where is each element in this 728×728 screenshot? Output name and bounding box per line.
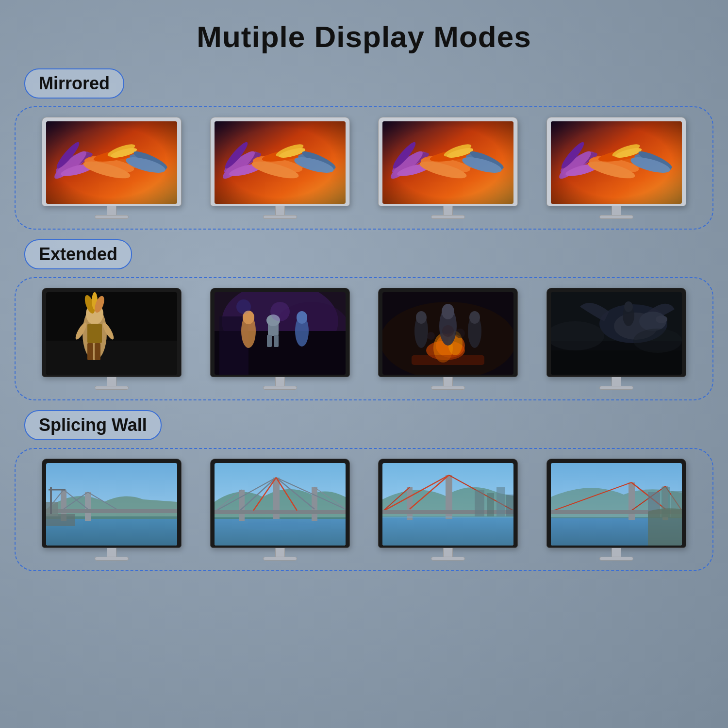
svg-rect-125 xyxy=(85,492,91,521)
svg-point-108 xyxy=(427,332,435,340)
svg-rect-75 xyxy=(87,324,102,343)
splicing-monitor-4 xyxy=(546,459,686,561)
svg-point-93 xyxy=(270,302,290,321)
svg-rect-50 xyxy=(382,121,513,204)
svg-rect-162 xyxy=(506,495,513,516)
mirrored-section: Mirrored xyxy=(0,68,728,230)
svg-rect-130 xyxy=(46,509,177,513)
svg-rect-16 xyxy=(46,121,177,204)
svg-rect-146 xyxy=(215,510,346,514)
svg-rect-166 xyxy=(629,482,635,520)
svg-rect-88 xyxy=(274,335,279,347)
svg-point-94 xyxy=(236,299,251,314)
svg-rect-160 xyxy=(487,493,494,516)
svg-rect-107 xyxy=(412,355,484,365)
svg-rect-138 xyxy=(239,490,245,521)
svg-point-104 xyxy=(416,311,427,324)
svg-point-106 xyxy=(469,311,480,324)
mirrored-label: Mirrored xyxy=(24,68,124,99)
svg-rect-119 xyxy=(551,350,682,375)
svg-rect-77 xyxy=(95,343,100,360)
svg-rect-87 xyxy=(267,335,272,347)
page-title: Mutiple Display Modes xyxy=(0,0,728,68)
svg-point-109 xyxy=(455,329,465,338)
splicing-monitor-3 xyxy=(378,459,518,561)
splicing-monitor-1 xyxy=(42,459,182,561)
extended-mode-box xyxy=(15,277,713,400)
svg-rect-67 xyxy=(551,121,682,204)
splicing-mode-box xyxy=(15,448,713,571)
extended-monitor-4 xyxy=(546,288,686,390)
svg-rect-139 xyxy=(312,487,317,521)
extended-section: Extended xyxy=(0,239,728,400)
svg-rect-33 xyxy=(215,121,346,204)
svg-point-110 xyxy=(442,325,454,337)
mirrored-monitor-2 xyxy=(210,117,350,219)
splicing-monitor-2 xyxy=(210,459,350,561)
svg-point-102 xyxy=(442,304,454,319)
mirrored-monitor-1 xyxy=(42,117,182,219)
svg-rect-69 xyxy=(46,341,177,375)
svg-point-121 xyxy=(633,329,682,353)
mirrored-mode-box xyxy=(15,106,713,230)
svg-rect-161 xyxy=(496,487,505,516)
splicing-section: Splicing Wall xyxy=(0,410,728,571)
mirrored-monitor-3 xyxy=(378,117,518,219)
mirrored-monitor-4 xyxy=(546,117,686,219)
svg-point-116 xyxy=(656,315,667,323)
svg-rect-132 xyxy=(46,502,58,516)
svg-rect-163 xyxy=(382,516,513,518)
extended-monitor-3 xyxy=(378,288,518,390)
svg-point-118 xyxy=(624,301,633,312)
splicing-label: Splicing Wall xyxy=(24,410,162,440)
extended-monitor-2 xyxy=(210,288,350,390)
svg-point-149 xyxy=(241,521,319,531)
svg-rect-151 xyxy=(382,516,513,546)
svg-rect-76 xyxy=(87,343,93,360)
extended-label: Extended xyxy=(24,239,132,269)
extended-monitor-1 xyxy=(42,288,182,390)
svg-rect-153 xyxy=(407,487,413,520)
svg-rect-159 xyxy=(475,490,484,516)
svg-point-92 xyxy=(297,311,307,324)
